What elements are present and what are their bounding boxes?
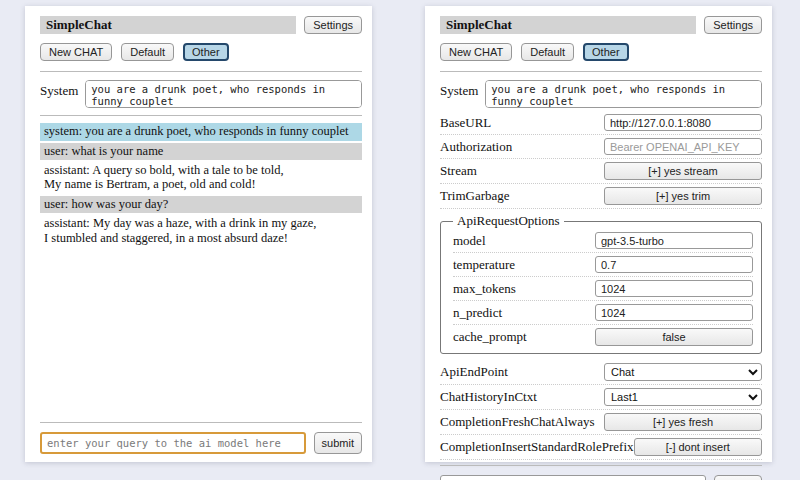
setting-row-completion-insert: CompletionInsertStandardRolePrefix [-] d… (440, 435, 762, 460)
authorization-label: Authorization (440, 139, 604, 155)
header: SimpleChat Settings (440, 16, 762, 34)
settings-list: BaseURL Authorization Stream [+] yes str… (440, 111, 762, 460)
app-title: SimpleChat (40, 16, 296, 34)
stream-label: Stream (440, 163, 604, 179)
submit-button[interactable]: submit (314, 432, 362, 454)
settings-button[interactable]: Settings (304, 16, 362, 34)
query-input[interactable] (440, 475, 706, 480)
chat-message-list: system: you are a drunk poet, who respon… (40, 123, 362, 417)
chat-history-label: ChatHistoryInCtxt (440, 389, 604, 405)
max-tokens-input[interactable] (595, 280, 753, 297)
setting-row-cache-prompt: cache_prompt false (453, 325, 753, 349)
new-chat-button[interactable]: New CHAT (440, 43, 512, 61)
completion-fresh-label: CompletionFreshChatAlways (440, 414, 604, 430)
baseurl-label: BaseURL (440, 115, 604, 131)
chat-message-assistant: assistant: A query so bold, with a tale … (40, 162, 362, 194)
divider (40, 422, 362, 423)
api-request-options-fieldset: ApiRequestOptions model temperature max_… (440, 213, 762, 354)
temperature-input[interactable] (595, 256, 753, 273)
query-input[interactable] (40, 432, 306, 454)
setting-row-stream: Stream [+] yes stream (440, 159, 762, 184)
setting-row-authorization: Authorization (440, 135, 762, 159)
trimgarbage-label: TrimGarbage (440, 188, 604, 204)
n-predict-input[interactable] (595, 304, 753, 321)
divider (440, 465, 762, 466)
max-tokens-label: max_tokens (453, 281, 595, 297)
settings-panel: SimpleChat Settings New CHAT Default Oth… (425, 6, 772, 462)
baseurl-input[interactable] (604, 114, 762, 131)
divider (40, 71, 362, 72)
setting-row-trimgarbage: TrimGarbage [+] yes trim (440, 184, 762, 209)
setting-row-model: model (453, 229, 753, 253)
chat-message-assistant: assistant: My day was a haze, with a dri… (40, 215, 362, 247)
cache-prompt-toggle-button[interactable]: false (595, 328, 753, 346)
session-button-default[interactable]: Default (121, 43, 174, 61)
system-label: System (40, 80, 78, 99)
system-prompt-row: System you are a drunk poet, who respond… (440, 80, 762, 108)
chat-history-select[interactable]: Last1 (604, 388, 762, 406)
stream-toggle-button[interactable]: [+] yes stream (604, 162, 762, 180)
api-endpoint-select[interactable]: Chat (604, 363, 762, 381)
divider (440, 71, 762, 72)
session-button-other[interactable]: Other (583, 43, 629, 61)
setting-row-baseurl: BaseURL (440, 111, 762, 135)
api-endpoint-label: ApiEndPoint (440, 364, 604, 380)
cache-prompt-label: cache_prompt (453, 329, 595, 345)
session-buttons: New CHAT Default Other (40, 43, 362, 61)
query-row: submit (440, 475, 762, 480)
session-button-other[interactable]: Other (183, 43, 229, 61)
chat-panel: SimpleChat Settings New CHAT Default Oth… (25, 6, 372, 462)
system-prompt-input[interactable]: you are a drunk poet, who responds in fu… (485, 80, 762, 108)
api-request-options-legend: ApiRequestOptions (453, 213, 564, 229)
setting-row-n-predict: n_predict (453, 301, 753, 325)
authorization-input[interactable] (604, 138, 762, 155)
setting-row-api-endpoint: ApiEndPoint Chat (440, 360, 762, 385)
temperature-label: temperature (453, 257, 595, 273)
query-row: submit (40, 432, 362, 454)
setting-row-chat-history: ChatHistoryInCtxt Last1 (440, 385, 762, 410)
completion-insert-toggle-button[interactable]: [-] dont insert (634, 438, 762, 456)
system-prompt-input[interactable]: you are a drunk poet, who responds in fu… (85, 80, 362, 108)
system-label: System (440, 80, 478, 99)
header: SimpleChat Settings (40, 16, 362, 34)
submit-button[interactable]: submit (714, 475, 762, 480)
chat-message-system: system: you are a drunk poet, who respon… (40, 123, 362, 140)
model-label: model (453, 233, 595, 249)
chat-message-user: user: what is your name (40, 143, 362, 160)
app-title: SimpleChat (440, 16, 696, 34)
session-button-default[interactable]: Default (521, 43, 574, 61)
model-input[interactable] (595, 232, 753, 249)
divider (40, 115, 362, 116)
system-prompt-row: System you are a drunk poet, who respond… (40, 80, 362, 108)
new-chat-button[interactable]: New CHAT (40, 43, 112, 61)
setting-row-completion-fresh: CompletionFreshChatAlways [+] yes fresh (440, 410, 762, 435)
settings-button[interactable]: Settings (704, 16, 762, 34)
chat-message-user: user: how was your day? (40, 196, 362, 213)
completion-fresh-toggle-button[interactable]: [+] yes fresh (604, 413, 762, 431)
session-buttons: New CHAT Default Other (440, 43, 762, 61)
setting-row-temperature: temperature (453, 253, 753, 277)
trimgarbage-toggle-button[interactable]: [+] yes trim (604, 187, 762, 205)
setting-row-max-tokens: max_tokens (453, 277, 753, 301)
n-predict-label: n_predict (453, 305, 595, 321)
completion-insert-label: CompletionInsertStandardRolePrefix (440, 439, 634, 455)
